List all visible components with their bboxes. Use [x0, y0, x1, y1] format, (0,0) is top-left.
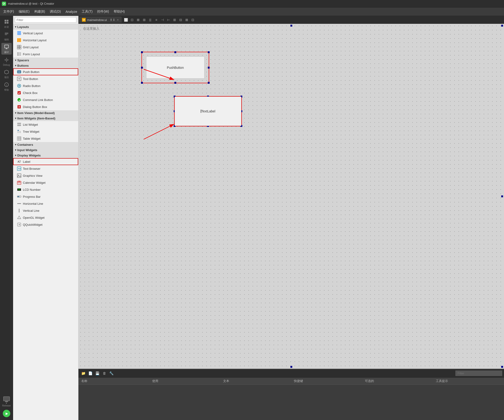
category-spacers[interactable]: Spacers: [13, 58, 78, 63]
widget-calendar[interactable]: 12 Calendar Widget: [13, 179, 78, 186]
svg-rect-34: [17, 125, 21, 126]
canvas-resize-bottom[interactable]: [290, 366, 292, 368]
resize-handle-bottom-right[interactable]: [208, 82, 210, 84]
prop-btn-delete[interactable]: 🗑: [101, 370, 107, 376]
title-bar: Qt mainwindow.ui @ test - Qt Creator: [0, 0, 504, 7]
svg-rect-1: [6, 20, 8, 21]
dotted-canvas[interactable]: 在这里输入 PushButton: [78, 24, 504, 369]
main-area: 欢迎 编辑 设计 Debug 项目: [0, 16, 504, 420]
toolbar-btn-3[interactable]: ⊠: [135, 17, 141, 23]
widget-table-widget[interactable]: Table Widget: [13, 135, 78, 142]
activity-design[interactable]: 设计: [1, 43, 12, 55]
resize-handle-bottom-left[interactable]: [141, 82, 143, 84]
widget-tree-widget[interactable]: Tree Widget: [13, 128, 78, 135]
menu-help[interactable]: 帮助(H): [111, 9, 127, 15]
widget-command-link[interactable]: Command Link Button: [13, 96, 78, 103]
widget-text-browser[interactable]: Aa Text Browser: [13, 165, 78, 172]
activity-welcome[interactable]: 欢迎: [1, 18, 12, 29]
activity-project[interactable]: 项目: [1, 68, 12, 80]
widget-radio-button[interactable]: Radio Button: [13, 82, 78, 89]
toolbar-btn-10[interactable]: ⊟: [178, 17, 184, 23]
prop-btn-save[interactable]: 💾: [94, 370, 100, 376]
widget-vertical-line[interactable]: Vertical Line: [13, 207, 78, 214]
widget-horizontal-layout[interactable]: Horizontal Layout: [13, 37, 78, 44]
widget-filter-input[interactable]: [15, 17, 76, 23]
vertical-layout-icon: [17, 31, 21, 35]
play-button[interactable]: [3, 410, 10, 417]
prop-btn-new[interactable]: 📄: [87, 370, 93, 376]
widget-form-layout[interactable]: Form Layout: [13, 51, 78, 58]
activity-edit[interactable]: 编辑: [1, 30, 12, 42]
canvas-resize-bottom-right[interactable]: [501, 366, 503, 368]
widget-graphics-view[interactable]: Graphics View: [13, 172, 78, 179]
toolbar-btn-7[interactable]: ⊣: [160, 17, 165, 23]
prop-btn-settings[interactable]: 🔧: [108, 370, 114, 376]
menu-build[interactable]: 构建(B): [32, 9, 48, 15]
property-filter-input[interactable]: [456, 371, 502, 376]
canvas-textlabel-widget[interactable]: TextLabel: [174, 96, 242, 126]
project-icon: [3, 69, 10, 75]
widget-qquick[interactable]: QQuickWidget: [13, 221, 78, 228]
category-item-views[interactable]: Item Views (Model-Based): [13, 110, 78, 116]
menu-tools[interactable]: 工具(T): [79, 9, 95, 15]
widget-grid-layout[interactable]: Grid Layout: [13, 44, 78, 51]
widget-tool-button[interactable]: Tool Button: [13, 75, 78, 82]
canvas-pushbutton-widget[interactable]: PushButton: [141, 52, 209, 83]
category-input-widgets[interactable]: Input Widgets: [13, 147, 78, 153]
widget-check-box[interactable]: Check Box: [13, 89, 78, 96]
menu-file[interactable]: 文件(F): [1, 9, 16, 15]
svg-point-5: [6, 59, 7, 61]
widget-progress-bar[interactable]: Progress Bar: [13, 193, 78, 200]
resize-handle-top-right[interactable]: [208, 51, 210, 53]
toolbar-btn-4[interactable]: ⊞: [141, 17, 147, 23]
tab-label: mainwindow.ui: [87, 18, 107, 22]
resize-handle-right-center[interactable]: [208, 67, 210, 69]
file-tab[interactable]: UI mainwindow.ui ⬆⬇ ✕: [79, 17, 121, 23]
widget-lcd-number[interactable]: 88 LCD Number: [13, 186, 78, 193]
widget-label[interactable]: A Label: [13, 158, 78, 165]
canvas-resize-right[interactable]: [501, 195, 503, 197]
menu-edit[interactable]: 编辑(E): [16, 9, 32, 15]
widget-opengl[interactable]: OpenGL Widget: [13, 214, 78, 221]
category-display-widgets[interactable]: Display Widgets: [13, 153, 78, 158]
category-item-widgets[interactable]: Item Widgets (Item-Based): [13, 116, 78, 121]
widget-horizontal-line[interactable]: Horizontal Line: [13, 200, 78, 207]
release-target[interactable]: ▾ Release: [1, 395, 12, 408]
pushbutton-inner: PushButton: [146, 56, 204, 79]
label-icon: A: [17, 159, 21, 164]
widget-dialog-button[interactable]: X Dialog Button Box: [13, 103, 78, 110]
svg-rect-22: [19, 55, 21, 56]
toolbar-btn-6[interactable]: ≡: [154, 17, 159, 23]
widget-list-widget[interactable]: List Widget: [13, 121, 78, 128]
tab-close-button[interactable]: ✕: [117, 18, 119, 21]
prop-btn-folder[interactable]: 📁: [80, 370, 86, 376]
resize-handle-top-center[interactable]: [174, 51, 176, 53]
design-canvas[interactable]: 在这里输入 PushButton: [78, 24, 504, 369]
toolbar-btn-9[interactable]: ⊞: [172, 17, 177, 23]
toolbar-btn-11[interactable]: ⊠: [184, 17, 190, 23]
svg-rect-3: [6, 22, 8, 23]
toolbar-btn-2[interactable]: ⊡: [129, 17, 135, 23]
menu-analyze[interactable]: Analyze: [63, 9, 80, 14]
tab-arrows[interactable]: ⬆⬇: [110, 18, 115, 22]
svg-rect-51: [17, 174, 21, 177]
toolbar-btn-8[interactable]: ⊢: [166, 17, 171, 23]
category-layouts[interactable]: Layouts: [13, 24, 78, 30]
menu-debug[interactable]: 调试(D): [47, 9, 63, 15]
canvas-resize-top-right[interactable]: [501, 25, 503, 27]
category-buttons[interactable]: Buttons: [13, 63, 78, 68]
resize-handle-bottom-center[interactable]: [174, 82, 176, 84]
menu-widgets[interactable]: 控件(W): [95, 9, 111, 15]
toolbar-btn-12[interactable]: ⊡: [190, 17, 196, 23]
lcd-icon: 88: [17, 187, 21, 192]
toolbar-btn-5[interactable]: |||: [148, 17, 153, 23]
resize-handle-left-center[interactable]: [141, 67, 143, 69]
resize-handle-top-left[interactable]: [141, 51, 143, 53]
widget-vertical-layout[interactable]: Vertical Layout: [13, 30, 78, 37]
activity-help[interactable]: 帮助: [1, 81, 12, 92]
activity-debug[interactable]: Debug: [1, 56, 12, 67]
widget-push-button[interactable]: OK Push Button: [13, 68, 78, 75]
canvas-resize-top[interactable]: [290, 25, 292, 27]
category-containers[interactable]: Containers: [13, 142, 78, 147]
toolbar-btn-1[interactable]: ⬜: [123, 17, 129, 23]
